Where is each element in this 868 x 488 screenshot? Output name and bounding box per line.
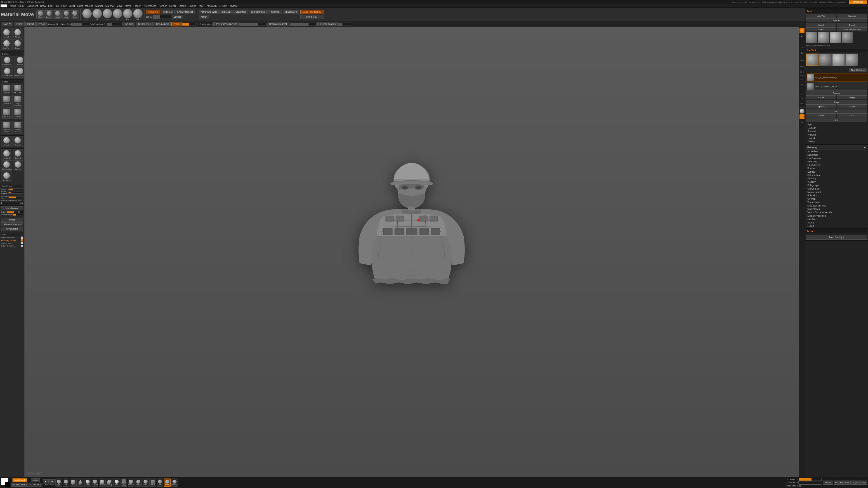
redo-hist-btn[interactable]: Redo Hist	[834, 481, 844, 485]
undo-hist-btn[interactable]: Undo Hist	[823, 481, 833, 485]
bottom-freediv-btn[interactable]: FreeDiv	[135, 479, 142, 487]
load-spotlight-btn[interactable]: Load Spotlight	[806, 235, 867, 240]
subtool-inactive-thumb[interactable]	[819, 54, 832, 66]
strip-icon-sym-z[interactable]: Z	[800, 88, 804, 93]
geo-fibermesh[interactable]: FiberMesh	[806, 160, 867, 163]
brush-large-4[interactable]: XL	[113, 9, 122, 20]
zscript-btn2[interactable]: ZScript	[859, 481, 867, 485]
brush-large-5[interactable]: 2XL	[123, 9, 132, 20]
show3d-btn-1[interactable]: ▶	[43, 480, 49, 484]
menu-stroke[interactable]: Stroke	[178, 4, 187, 8]
copy-right-btn[interactable]: Copy	[806, 100, 867, 104]
bottom-3dskulp-btn[interactable]: 3dSkulp	[106, 479, 113, 487]
subtool-thumb-3[interactable]	[832, 54, 845, 66]
geometry-header[interactable]: Geometry ▶	[806, 145, 867, 150]
decimate-slider[interactable]	[289, 23, 317, 26]
geo-visibility[interactable]: Visibility	[806, 180, 867, 184]
brush-bakpo[interactable]: Bak_Po	[13, 160, 23, 171]
geo-arraymesh[interactable]: ArrayMesh	[806, 150, 867, 153]
decal-shift-slider[interactable]	[798, 481, 821, 484]
tool-thumb-3[interactable]	[830, 32, 841, 43]
import-right-btn[interactable]: Import	[806, 23, 836, 27]
strip-icon-paint[interactable]: 🖌	[800, 34, 804, 39]
geo-livebooleans[interactable]: LiveBooleans	[806, 157, 867, 160]
tool-thumb-1[interactable]	[806, 32, 817, 43]
menu-texture[interactable]: Texture	[187, 4, 197, 8]
extract-btn[interactable]: Extract	[172, 15, 183, 19]
all-low-btn[interactable]: All Low	[806, 95, 836, 99]
tool-thumb-4[interactable]	[842, 32, 853, 43]
menu-color[interactable]: Color	[17, 4, 25, 8]
bottom-claytab-btn[interactable]: ClayTab	[92, 479, 98, 487]
brush-ClipCurSt[interactable]: ClipCur St	[1, 108, 12, 119]
sharpenMask-btn[interactable]: SharpenMask	[249, 10, 267, 14]
all-high-btn[interactable]: All High	[837, 95, 868, 99]
bottom-crease-btn[interactable]: Crease!	[128, 479, 134, 487]
canvas-3d[interactable]: RRCG.CN RRCG.CN RRCG.CN	[24, 27, 799, 477]
make-polymesh-right-btn[interactable]: Make PolyMesh3D	[837, 27, 868, 31]
stroke-size-slider[interactable]	[799, 484, 822, 487]
geo-morph-target[interactable]: Morph Target	[806, 191, 867, 194]
menu-file[interactable]: File	[54, 4, 60, 8]
bottom-mongol-btn[interactable]: Mongol	[99, 479, 105, 487]
menu-tool[interactable]: Tool	[197, 4, 204, 8]
brush-large-1[interactable]: S	[82, 9, 92, 20]
brush-DispObjCur[interactable]: DispObjCur	[1, 84, 12, 94]
color-swatch-main[interactable]	[0, 4, 7, 7]
geo-vector-displacement[interactable]: Vector Displacement Map	[806, 211, 867, 214]
append-btn[interactable]: Append	[837, 104, 868, 108]
brush-Lasso[interactable]: Lasso	[12, 39, 23, 50]
resolution-slider[interactable]	[71, 23, 89, 26]
bottom-daruma-btn[interactable]: Daruma	[142, 479, 149, 487]
split-option-project[interactable]: Project	[806, 136, 867, 140]
grow-mask-btn[interactable]: GrowMask	[234, 10, 248, 14]
strip-icon-sym[interactable]: X	[800, 77, 804, 82]
geo-normal-map[interactable]: Normal Map	[806, 207, 867, 211]
split-option-split[interactable]: Split	[806, 123, 867, 126]
main-canvas[interactable]: RRCG.CN RRCG.CN RRCG.CN	[24, 27, 799, 477]
strip-icon-move[interactable]: ✛	[800, 39, 804, 44]
groups-split-btn[interactable]: Groups Split	[154, 22, 170, 26]
bg-color-swatch[interactable]	[5, 482, 10, 487]
menu-marker[interactable]: Marker	[94, 4, 104, 8]
subtool-item-2[interactable]: PMUD_C_PMUD_C_All_ref	[806, 82, 867, 91]
split-option-boolean[interactable]: Boolean	[806, 126, 867, 130]
menu-light[interactable]: Light	[76, 4, 84, 8]
brush-detailc[interactable]: Detail_C	[1, 171, 12, 182]
import-btn[interactable]: Import	[25, 22, 36, 26]
bottom-ra-btn[interactable]: Ra	[63, 479, 69, 487]
menu-draw[interactable]: Draw	[39, 4, 47, 8]
brush-mask-btn[interactable]: Mask	[62, 10, 70, 19]
strip-icon-sym-y[interactable]: Y	[800, 83, 804, 88]
zbrushmask-btn[interactable]: ZBrushMask	[12, 478, 27, 482]
freeze-borders-btn[interactable]: Freeze borders	[318, 22, 338, 26]
geo-displacement-map[interactable]: Displacement Map	[806, 204, 867, 207]
brush-smooth-a[interactable]: Smooth	[1, 136, 12, 147]
menu-zplugin[interactable]: ZPlugin	[218, 4, 228, 8]
geo-polypaint[interactable]: Polypaint	[806, 194, 867, 197]
inflate-balloon-slider[interactable]	[8, 192, 23, 194]
brush-BMPSc[interactable]: BMPSc	[13, 56, 24, 67]
brush-morph-btn[interactable]: Morph	[54, 10, 62, 19]
strip-record-btn[interactable]: ●	[800, 114, 804, 119]
mirror-and-weld-btn[interactable]: Mirror And Weld	[199, 10, 219, 14]
brush-screw1[interactable]: Screw 1	[13, 149, 23, 160]
geo-preview[interactable]: Preview	[806, 167, 867, 170]
geo-import[interactable]: Import	[806, 221, 867, 224]
geo-export[interactable]: Export	[806, 224, 867, 228]
shadowbox-btn[interactable]: ShadowBox	[283, 10, 299, 14]
brush-ClipCroquet[interactable]: Clip Croquet	[12, 95, 23, 107]
geo-texture-map[interactable]: Texture Map	[806, 201, 867, 204]
export-right-btn[interactable]: Export	[837, 23, 868, 27]
mirror-btn[interactable]: Mirror	[199, 15, 209, 19]
geo-initialize[interactable]: Initialize	[806, 218, 867, 221]
subtool-active-thumb[interactable]	[806, 54, 818, 66]
brush-MoveS[interactable]: MoveS	[1, 28, 12, 39]
thick-gui-btn[interactable]: Thick Gui	[161, 10, 175, 14]
geo-nanomesh[interactable]: NanoMesh	[806, 153, 867, 157]
strip-icon-rotate[interactable]: ↻	[800, 51, 804, 56]
strip-icon-draw[interactable]: ✎	[800, 28, 804, 33]
brush-LE1Chil[interactable]: LE1 Chil	[12, 84, 23, 94]
active-tool-btn[interactable]: ActiveTool	[146, 10, 160, 14]
brush-TrimSmBroken[interactable]: TrimSm Broken	[12, 121, 23, 134]
